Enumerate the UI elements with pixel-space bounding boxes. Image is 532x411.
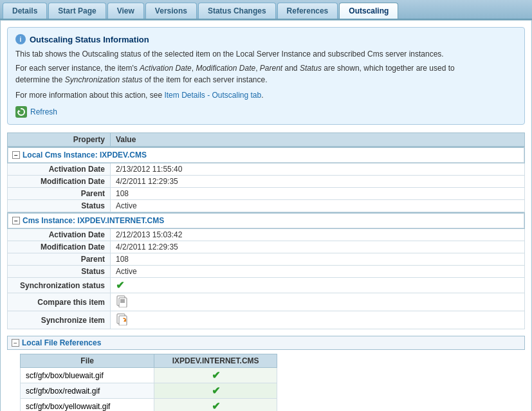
info-para1: This tab shows the Outscaling status of …: [15, 48, 517, 60]
file-table-row: scf/gfx/box/redwait.gif ✔: [21, 383, 277, 399]
cms-instance-section-header: − Cms Instance: IXPDEV.INTERNET.CMS: [8, 212, 525, 229]
tab-versions[interactable]: Versions: [145, 3, 197, 19]
file-name: scf/gfx/box/bluewait.gif: [21, 368, 154, 383]
file-check: ✔: [154, 383, 277, 399]
local-modification-date-row: Modification Date 4/2/2011 12:29:35: [8, 176, 525, 188]
main-data-table: Property Value − Local Cms Instance: IXP…: [7, 132, 525, 329]
col-value: Value: [111, 133, 525, 147]
synchronize-icon[interactable]: [116, 318, 129, 327]
file-table-row: scf/gfx/box/bluewait.gif ✔: [21, 368, 277, 383]
refresh-label: Refresh: [30, 107, 57, 116]
refresh-button[interactable]: Refresh: [15, 106, 517, 118]
file-checkmark: ✔: [212, 370, 220, 381]
cms-status-row: Status Active: [8, 266, 525, 278]
cms-instance-header: − Cms Instance: IXPDEV.INTERNET.CMS: [8, 212, 524, 228]
file-name: scf/gfx/box/redwait.gif: [21, 383, 154, 399]
info-box: i Outscaling Status Information This tab…: [7, 27, 525, 125]
tab-references[interactable]: References: [277, 3, 338, 19]
cms-instance-title: Cms Instance: IXPDEV.INTERNET.CMS: [23, 216, 164, 225]
tab-view[interactable]: View: [107, 3, 144, 19]
synchronize-row: Synchronize item: [8, 311, 525, 329]
tab-bar: Details Start Page View Versions Status …: [0, 0, 532, 20]
file-refs-section-header: − Local File References: [7, 336, 525, 350]
tab-startpage[interactable]: Start Page: [48, 3, 105, 19]
cms-parent-value: 108: [111, 253, 525, 266]
file-table-row: scf/gfx/box/yellowwait.gif ✔: [21, 399, 277, 412]
info-icon: i: [15, 34, 26, 44]
cms-sync-status-value: ✔: [111, 278, 525, 293]
cms-modification-date-label: Modification Date: [8, 241, 111, 253]
file-checkmark: ✔: [212, 401, 220, 411]
local-cms-header: − Local Cms Instance: IXPDEV.CMS: [8, 147, 524, 163]
local-activation-date-label: Activation Date: [8, 163, 111, 176]
local-activation-date-row: Activation Date 2/13/2012 11:55:40: [8, 163, 525, 176]
server-col-header: IXPDEV.INTERNET.CMS: [154, 354, 277, 368]
cms-modification-date-value: 4/2/2011 12:29:35: [111, 241, 525, 253]
content-area: i Outscaling Status Information This tab…: [0, 20, 532, 411]
compare-label: Compare this item: [8, 293, 111, 311]
file-refs-collapse-btn[interactable]: −: [12, 339, 19, 347]
local-status-label: Status: [8, 200, 111, 212]
outscaling-tab-link[interactable]: Item Details - Outscaling tab: [164, 91, 261, 100]
file-name: scf/gfx/box/yellowwait.gif: [21, 399, 154, 412]
cms-parent-row: Parent 108: [8, 253, 525, 266]
local-modification-date-label: Modification Date: [8, 176, 111, 188]
compare-row: Compare this item: [8, 293, 525, 311]
local-cms-section-header: − Local Cms Instance: IXPDEV.CMS: [8, 147, 525, 163]
file-refs-title: Local File References: [22, 338, 101, 347]
local-parent-row: Parent 108: [8, 188, 525, 200]
info-box-title: i Outscaling Status Information: [15, 34, 517, 44]
refresh-icon: [15, 106, 27, 118]
local-cms-title: Local Cms Instance: IXPDEV.CMS: [23, 151, 147, 160]
sync-status-checkmark: ✔: [116, 280, 124, 291]
cms-sync-status-label: Synchronization status: [8, 278, 111, 293]
cms-activation-date-row: Activation Date 2/12/2013 15:03:42: [8, 229, 525, 241]
file-refs-table: File IXPDEV.INTERNET.CMS scf/gfx/box/blu…: [20, 354, 277, 411]
file-check: ✔: [154, 368, 277, 383]
cms-modification-date-row: Modification Date 4/2/2011 12:29:35: [8, 241, 525, 253]
compare-icon-svg: [116, 295, 129, 307]
sync-icon-svg: [116, 313, 129, 325]
cms-instance-collapse-btn[interactable]: −: [12, 217, 20, 224]
compare-icon[interactable]: [116, 300, 129, 309]
tab-outscaling[interactable]: Outscaling: [339, 3, 398, 19]
compare-action[interactable]: [111, 293, 525, 311]
cms-parent-label: Parent: [8, 253, 111, 266]
cms-sync-status-row: Synchronization status ✔: [8, 278, 525, 293]
local-activation-date-value: 2/13/2012 11:55:40: [111, 163, 525, 176]
file-checkmark: ✔: [212, 385, 220, 396]
cms-activation-date-value: 2/12/2013 15:03:42: [111, 229, 525, 241]
local-parent-label: Parent: [8, 188, 111, 200]
tab-statuschanges[interactable]: Status Changes: [198, 3, 276, 19]
file-col-header: File: [21, 354, 154, 368]
local-status-value: Active: [111, 200, 525, 212]
cms-status-label: Status: [8, 266, 111, 278]
file-check: ✔: [154, 399, 277, 412]
synchronize-label: Synchronize item: [8, 311, 111, 329]
col-property: Property: [8, 133, 111, 147]
synchronize-action[interactable]: [111, 311, 525, 329]
cms-status-value: Active: [111, 266, 525, 278]
tab-details[interactable]: Details: [3, 3, 47, 19]
svg-marker-0: [18, 110, 21, 113]
info-para2: For each server instance, the item's Act…: [15, 62, 517, 86]
info-para4: For more information about this action, …: [15, 89, 517, 101]
local-status-row: Status Active: [8, 200, 525, 212]
cms-activation-date-label: Activation Date: [8, 229, 111, 241]
local-modification-date-value: 4/2/2011 12:29:35: [111, 176, 525, 188]
local-parent-value: 108: [111, 188, 525, 200]
local-cms-collapse-btn[interactable]: −: [12, 151, 20, 159]
info-box-heading: Outscaling Status Information: [30, 35, 149, 44]
